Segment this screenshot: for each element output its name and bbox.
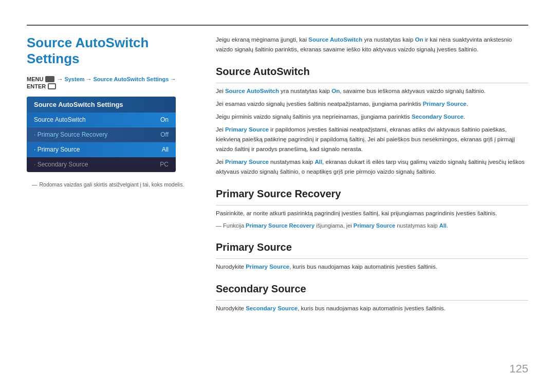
page-title: Source AutoSwitch Settings — [27, 35, 196, 67]
menu-item-label-3: · Primary Source — [34, 146, 80, 153]
menu-item-value-3: All — [162, 146, 169, 153]
as-b7: All — [314, 159, 322, 165]
as-b2: On — [331, 88, 340, 94]
psr-note-b1: Primary Source Recovery — [246, 222, 314, 229]
enter-label: ENTER — [27, 83, 46, 89]
psr-p1: Pasirinkite, ar norite atkurti pasirinkt… — [216, 209, 528, 218]
section-title-psr: Primary Source Recovery — [216, 188, 528, 200]
menu-item-label-2: · Primary Source Recovery — [34, 131, 107, 138]
intro-bold-2: On — [415, 36, 423, 43]
section-title-autoswitch: Source AutoSwitch — [216, 66, 528, 78]
menu-label: MENU — [27, 76, 43, 82]
left-column: Source AutoSwitch Settings MENU → System… — [27, 35, 196, 188]
autoswitch-p3: Jeigu pirminis vaizdo signalų šaltinis y… — [216, 112, 528, 122]
top-divider — [27, 25, 528, 26]
menu-item-label-1: Source AutoSwitch — [34, 116, 86, 123]
menu-path: MENU → System → Source AutoSwitch Settin… — [27, 76, 196, 89]
ss-b1: Secondary Source — [246, 305, 298, 311]
menu-item-source-autoswitch[interactable]: Source AutoSwitch On — [27, 113, 176, 127]
right-column: Jeigu ekraną mėginama įjungti, kai Sourc… — [216, 35, 528, 316]
menu-icon — [45, 76, 54, 82]
page-number: 125 — [509, 362, 528, 376]
intro-bold-1: Source AutoSwitch — [308, 36, 362, 43]
section-title-ss: Secondary Source — [216, 283, 528, 295]
arrow-3: → — [170, 76, 176, 82]
divider-1 — [216, 83, 528, 83]
psr-note-b2: Primary Source — [354, 222, 395, 229]
psr-note-b3: All — [439, 222, 447, 229]
menu-item-value-2: Off — [160, 131, 169, 138]
menu-item-label-4: · Secondary Source — [34, 161, 88, 168]
autoswitch-p5: Jei Primary Source nustatymas kaip All, … — [216, 157, 528, 177]
divider-4 — [216, 300, 528, 301]
menu-item-secondary-source[interactable]: · Secondary Source PC — [27, 157, 176, 172]
arrow-1: → — [57, 76, 63, 82]
settings-label: Source AutoSwitch Settings — [94, 76, 169, 82]
menu-item-value-4: PC — [160, 161, 169, 168]
autoswitch-p2: Jei esamas vaizdo signalų įvesties šalti… — [216, 99, 528, 109]
as-b3: Primary Source — [423, 101, 467, 107]
left-note: Rodomas vaizdas gali skirtis atsižvelgia… — [27, 181, 196, 188]
system-label: System — [64, 76, 84, 82]
psr-note: Funkcija Primary Source Recovery išjungi… — [216, 221, 528, 231]
menu-item-value-1: On — [160, 116, 169, 123]
menu-item-primary-source[interactable]: · Primary Source All — [27, 142, 176, 157]
menu-box-title: Source AutoSwitch Settings — [27, 97, 176, 113]
autoswitch-p1: Jei Source AutoSwitch yra nustatytas kai… — [216, 86, 528, 96]
intro-paragraph: Jeigu ekraną mėginama įjungti, kai Sourc… — [216, 35, 528, 54]
menu-box: Source AutoSwitch Settings Source AutoSw… — [27, 97, 176, 172]
divider-3 — [216, 258, 528, 259]
as-b5: Primary Source — [225, 126, 269, 133]
menu-item-primary-source-recovery[interactable]: · Primary Source Recovery Off — [27, 127, 176, 142]
divider-2 — [216, 205, 528, 206]
arrow-2: → — [86, 76, 92, 82]
autoswitch-p4: Jei Primary Source ir papildomos įvestie… — [216, 125, 528, 154]
as-b6: Primary Source — [225, 159, 269, 165]
section-title-ps: Primary Source — [216, 241, 528, 253]
ss-p1: Nurodykite Secondary Source, kuris bus n… — [216, 304, 528, 313]
ps-p1: Nurodykite Primary Source, kuris bus nau… — [216, 262, 528, 272]
enter-icon — [48, 83, 56, 89]
ps-b1: Primary Source — [246, 264, 289, 270]
as-b4: Secondary Source — [412, 114, 464, 120]
as-b1: Source AutoSwitch — [225, 88, 279, 94]
